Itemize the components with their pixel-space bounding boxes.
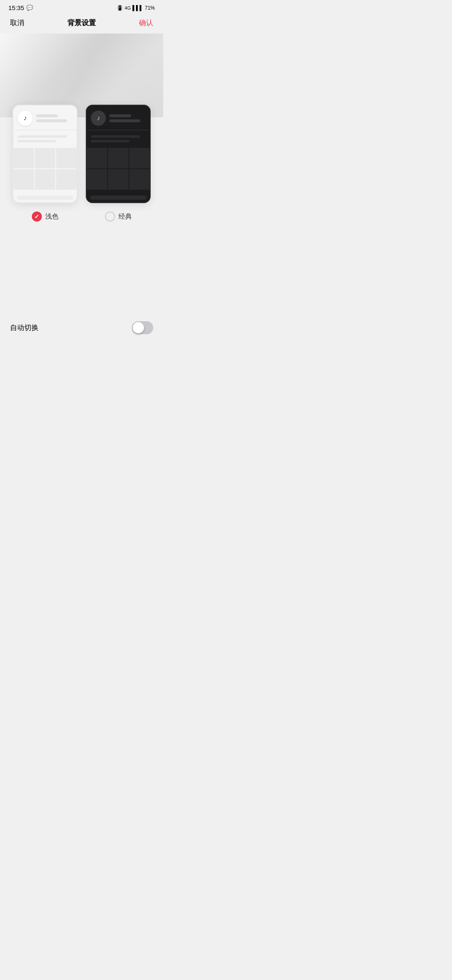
tiktok-icon-dark: ♪ — [97, 114, 100, 122]
wechat-icon: 💬 — [26, 5, 33, 11]
page-title: 背景设置 — [67, 18, 96, 28]
auto-switch-label: 自动切换 — [10, 323, 39, 333]
light-theme-preview[interactable]: ♪ — [13, 105, 77, 203]
light-text-lines — [13, 132, 77, 148]
light-header-line-2 — [36, 119, 67, 122]
spacer — [0, 222, 163, 315]
toggle-knob — [133, 322, 144, 333]
light-separator — [13, 130, 77, 130]
light-grid-cell-4 — [13, 169, 34, 190]
battery-label: 71% — [145, 5, 155, 11]
signal-4g-icon: 4G — [125, 5, 131, 10]
page: 15:35 💬 📳 4G ▌▌▌ 71% 取消 背景设置 确认 ♪ — [0, 0, 163, 353]
dark-grid-cell-5 — [108, 169, 128, 190]
time-label: 15:35 — [8, 4, 24, 11]
nav-bar: 取消 背景设置 确认 — [0, 14, 163, 34]
auto-switch-toggle[interactable] — [132, 321, 153, 334]
dark-preview-content — [87, 132, 150, 193]
cancel-button[interactable]: 取消 — [10, 18, 24, 28]
dark-header-line-2 — [109, 119, 140, 122]
light-grid-cell-3 — [56, 148, 77, 168]
check-icon: ✓ — [34, 213, 39, 220]
themes-labels: ✓ 浅色 经典 — [0, 203, 163, 222]
light-preview-content — [13, 132, 77, 193]
light-footer — [17, 196, 73, 200]
light-header-lines — [36, 114, 72, 122]
themes-container: ♪ — [0, 105, 163, 203]
dark-grid — [87, 148, 150, 190]
dark-grid-cell-1 — [87, 148, 107, 168]
signal-bars-icon: ▌▌▌ — [132, 5, 143, 11]
dark-header-line-1 — [109, 114, 131, 117]
light-preview-header: ♪ — [13, 106, 77, 130]
dark-text-2 — [91, 140, 129, 142]
dark-text-1 — [91, 135, 140, 138]
dark-radio[interactable] — [105, 211, 115, 222]
light-text-2 — [18, 140, 56, 142]
light-radio[interactable]: ✓ — [32, 211, 42, 222]
dark-text-lines — [87, 132, 150, 148]
dark-grid-cell-2 — [108, 148, 128, 168]
status-bar: 15:35 💬 📳 4G ▌▌▌ 71% — [0, 0, 163, 14]
dark-theme-preview[interactable]: ♪ — [86, 105, 151, 203]
light-text-1 — [18, 135, 67, 138]
dark-grid-cell-4 — [87, 169, 107, 190]
dark-label-text: 经典 — [118, 212, 132, 221]
dark-header-lines — [109, 114, 146, 122]
dark-preview-header: ♪ — [87, 106, 150, 130]
dark-footer — [90, 196, 146, 200]
auto-switch-section: 自动切换 — [0, 315, 163, 341]
light-grid-cell-5 — [35, 169, 55, 190]
status-time: 15:35 💬 — [8, 4, 33, 11]
dark-separator — [87, 130, 150, 130]
light-grid-cell-6 — [56, 169, 77, 190]
dark-grid-cell-6 — [129, 169, 150, 190]
light-preview-avatar: ♪ — [18, 111, 33, 126]
light-header-line-1 — [36, 114, 58, 117]
light-grid-cell-2 — [35, 148, 55, 168]
dark-grid-cell-3 — [129, 148, 150, 168]
light-theme-label[interactable]: ✓ 浅色 — [13, 211, 77, 222]
light-grid — [13, 148, 77, 190]
dark-preview-avatar: ♪ — [91, 111, 106, 126]
bottom-padding — [0, 341, 163, 353]
vibrate-icon: 📳 — [117, 5, 123, 11]
tiktok-icon-light: ♪ — [23, 114, 27, 122]
light-grid-cell-1 — [13, 148, 34, 168]
dark-theme-label[interactable]: 经典 — [86, 211, 151, 222]
light-label-text: 浅色 — [45, 212, 59, 221]
confirm-button[interactable]: 确认 — [139, 18, 153, 28]
status-right: 📳 4G ▌▌▌ 71% — [117, 5, 155, 11]
